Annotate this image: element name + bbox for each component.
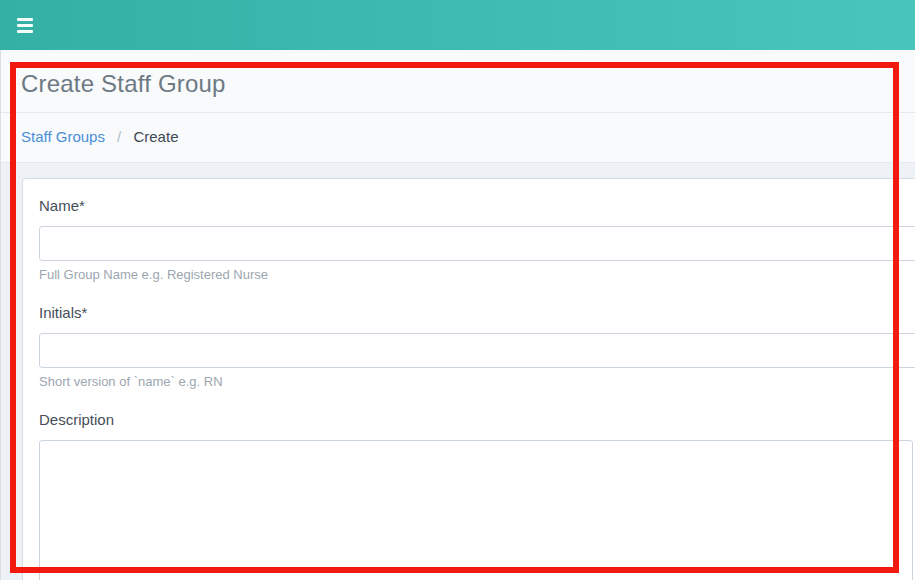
- initials-input[interactable]: [39, 333, 915, 368]
- name-input[interactable]: [39, 226, 915, 261]
- initials-field-label: Initials*: [39, 304, 915, 322]
- create-staff-group-form-card: Name* Full Group Name e.g. Registered Nu…: [22, 178, 915, 580]
- page-content: Create Staff Group Staff Groups / Create…: [0, 50, 915, 580]
- breadcrumb-link-staff-groups[interactable]: Staff Groups: [21, 128, 105, 145]
- description-textarea[interactable]: [39, 440, 913, 580]
- description-form-group: Description: [39, 411, 915, 580]
- app-root: Create Staff Group Staff Groups / Create…: [0, 0, 915, 580]
- menu-toggle-button[interactable]: [15, 11, 35, 40]
- initials-form-group: Initials* Short version of `name` e.g. R…: [39, 304, 915, 390]
- breadcrumb-current-create: Create: [133, 128, 178, 145]
- top-navbar: [0, 0, 915, 50]
- page-title: Create Staff Group: [21, 70, 895, 98]
- description-field-label: Description: [39, 411, 915, 429]
- hamburger-icon: [17, 24, 33, 27]
- breadcrumb: Staff Groups / Create: [1, 113, 915, 163]
- name-helper-text: Full Group Name e.g. Registered Nurse: [39, 267, 915, 283]
- name-form-group: Name* Full Group Name e.g. Registered Nu…: [39, 197, 915, 283]
- name-field-label: Name*: [39, 197, 915, 215]
- hamburger-icon: [17, 30, 33, 33]
- main-area: Name* Full Group Name e.g. Registered Nu…: [1, 163, 915, 580]
- initials-helper-text: Short version of `name` e.g. RN: [39, 374, 915, 390]
- page-header: Create Staff Group: [1, 50, 915, 113]
- hamburger-icon: [17, 18, 33, 21]
- breadcrumb-separator: /: [117, 128, 121, 145]
